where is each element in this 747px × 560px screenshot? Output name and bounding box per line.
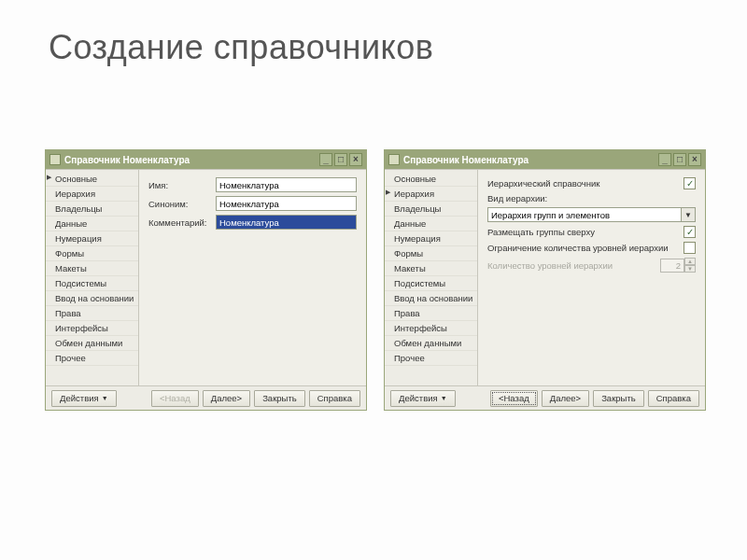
synonym-input[interactable] [216, 196, 357, 211]
sidebar-item-8[interactable]: Ввод на основании [385, 291, 477, 306]
close-dialog-button[interactable]: Закрыть [254, 390, 305, 407]
sidebar-item-10[interactable]: Интерфейсы [46, 321, 138, 336]
sidebar-item-7[interactable]: Подсистемы [46, 276, 138, 291]
footer: Действия▼ <Назад Далее> Закрыть Справка [46, 385, 366, 410]
comment-label: Комментарий: [148, 217, 212, 228]
sidebar-item-12[interactable]: Прочее [46, 351, 138, 366]
close-button[interactable]: × [349, 153, 362, 166]
sidebar-item-2[interactable]: Владельцы [46, 202, 138, 217]
sidebar-item-10[interactable]: Интерфейсы [385, 321, 477, 336]
sidebar: ОсновныеИерархияВладельцыДанныеНумерация… [385, 170, 478, 385]
back-button[interactable]: <Назад [490, 390, 538, 407]
maximize-button[interactable]: □ [334, 153, 347, 166]
chevron-down-icon: ▼ [441, 395, 447, 401]
sidebar-item-1[interactable]: Иерархия [385, 187, 477, 202]
sidebar-item-4[interactable]: Нумерация [385, 231, 477, 246]
maximize-button[interactable]: □ [673, 153, 686, 166]
sidebar-item-11[interactable]: Обмен данными [385, 336, 477, 351]
levels-count-spinner: ▲ ▼ [660, 258, 696, 273]
back-button[interactable]: <Назад [151, 390, 199, 407]
help-button[interactable]: Справка [309, 390, 360, 407]
name-label: Имя: [148, 180, 212, 190]
sidebar-item-7[interactable]: Подсистемы [385, 276, 477, 291]
sidebar-item-3[interactable]: Данные [46, 217, 138, 231]
next-button[interactable]: Далее> [542, 390, 589, 407]
hierarchy-type-dropdown[interactable]: ▼ [682, 207, 696, 222]
chevron-down-icon: ▼ [102, 395, 108, 401]
sidebar-item-9[interactable]: Права [46, 306, 138, 321]
sidebar-item-11[interactable]: Обмен данными [46, 336, 138, 351]
window-title: Справочник Номенклатура [403, 155, 658, 165]
sidebar-item-2[interactable]: Владельцы [385, 202, 477, 217]
content-pane: Иерархический справочник ✓ Вид иерархии:… [478, 170, 705, 385]
sidebar-item-0[interactable]: Основные [385, 172, 477, 187]
window-basic: Справочник Номенклатура _ □ × ОсновныеИе… [45, 149, 367, 411]
page-title: Создание справочников [49, 28, 433, 67]
actions-button[interactable]: Действия▼ [390, 390, 456, 407]
sidebar-item-1[interactable]: Иерархия [46, 187, 138, 202]
titlebar: Справочник Номенклатура _ □ × [385, 150, 705, 169]
window-title: Справочник Номенклатура [64, 155, 319, 165]
levels-count-input [660, 259, 684, 273]
footer: Действия▼ <Назад Далее> Закрыть Справка [385, 385, 705, 410]
spinner-down: ▼ [684, 265, 696, 273]
app-icon [388, 154, 400, 165]
hierarchy-type-label: Вид иерархии: [487, 193, 553, 203]
sidebar-item-8[interactable]: Ввод на основании [46, 291, 138, 306]
synonym-label: Синоним: [148, 199, 212, 209]
sidebar-item-0[interactable]: Основные [46, 172, 138, 187]
next-button[interactable]: Далее> [203, 390, 250, 407]
groups-top-checkbox[interactable]: ✓ [684, 226, 696, 238]
close-dialog-button[interactable]: Закрыть [593, 390, 644, 407]
hierarchical-dir-checkbox[interactable]: ✓ [684, 177, 696, 189]
titlebar: Справочник Номенклатура _ □ × [46, 150, 366, 169]
hierarchy-type-input[interactable] [487, 207, 682, 222]
sidebar-item-5[interactable]: Формы [46, 246, 138, 261]
window-hierarchy: Справочник Номенклатура _ □ × ОсновныеИе… [384, 149, 706, 411]
app-icon [49, 154, 61, 165]
actions-button[interactable]: Действия▼ [51, 390, 117, 407]
limit-levels-checkbox[interactable] [684, 242, 696, 254]
minimize-button[interactable]: _ [658, 153, 671, 166]
groups-top-label: Размещать группы сверху [487, 227, 684, 237]
hierarchical-dir-label: Иерархический справочник [487, 178, 684, 189]
help-button[interactable]: Справка [648, 390, 699, 407]
sidebar: ОсновныеИерархияВладельцыДанныеНумерация… [46, 170, 139, 385]
name-input[interactable] [216, 177, 357, 192]
sidebar-item-12[interactable]: Прочее [385, 351, 477, 366]
levels-count-label: Количество уровней иерархии [487, 260, 660, 271]
sidebar-item-9[interactable]: Права [385, 306, 477, 321]
content-pane: Имя: Синоним: Комментарий: [139, 170, 366, 385]
limit-levels-label: Ограничение количества уровней иерархии [487, 243, 684, 253]
sidebar-item-6[interactable]: Макеты [385, 261, 477, 276]
close-button[interactable]: × [688, 153, 701, 166]
comment-input[interactable] [216, 215, 357, 230]
sidebar-item-3[interactable]: Данные [385, 217, 477, 231]
sidebar-item-6[interactable]: Макеты [46, 261, 138, 276]
minimize-button[interactable]: _ [319, 153, 332, 166]
sidebar-item-5[interactable]: Формы [385, 246, 477, 261]
spinner-up: ▲ [684, 258, 696, 265]
sidebar-item-4[interactable]: Нумерация [46, 231, 138, 246]
